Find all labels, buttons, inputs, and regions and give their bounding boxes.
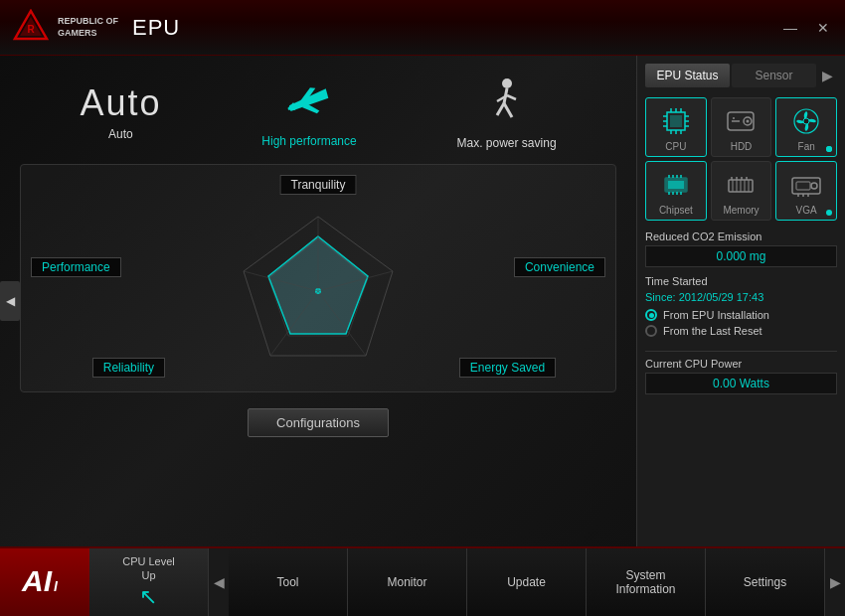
- mode-high-perf[interactable]: High performance: [261, 78, 356, 148]
- svg-text:I: I: [54, 578, 59, 594]
- fan-icon: [789, 104, 823, 138]
- rog-logo-icon: R: [12, 9, 50, 47]
- pentagon-chart: [229, 207, 408, 366]
- hdd-icon: [724, 104, 758, 138]
- radio-epu-installation[interactable]: From EPU Installation: [645, 309, 837, 321]
- memory-icon: [724, 168, 758, 202]
- radio-dot-1: [649, 313, 654, 318]
- co2-value: 0.000 mg: [645, 245, 837, 267]
- device-vga[interactable]: VGA: [775, 161, 837, 221]
- device-chipset[interactable]: Chipset: [645, 161, 707, 221]
- device-grid: CPU HDD: [645, 97, 837, 221]
- taskbar-right-arrow[interactable]: ▶: [825, 548, 845, 616]
- high-perf-label: High performance: [261, 134, 356, 148]
- tool-label: Tool: [276, 575, 298, 589]
- time-started-label: Time Started: [645, 275, 837, 287]
- window-controls: — ✕: [777, 18, 835, 38]
- tab-sensor[interactable]: Sensor: [732, 64, 816, 87]
- taskbar-monitor[interactable]: Monitor: [348, 548, 467, 616]
- radio-last-reset[interactable]: From the Last Reset: [645, 325, 837, 337]
- taskbar-update[interactable]: Update: [467, 548, 587, 616]
- titlebar: R REPUBLIC OF GAMERS EPU — ✕: [0, 0, 845, 56]
- cursor-icon: ↖: [139, 584, 157, 610]
- tab-row: EPU Status Sensor ▶: [645, 64, 837, 87]
- svg-point-42: [803, 118, 809, 124]
- cpu-level-label: CPU LevelUp: [122, 554, 175, 583]
- co2-label: Reduced CO2 Emission: [645, 231, 837, 242]
- ai-logo-icon: AI I: [20, 559, 70, 606]
- fan-label: Fan: [798, 141, 815, 152]
- device-memory[interactable]: Memory: [711, 161, 772, 221]
- svg-rect-54: [732, 180, 734, 192]
- max-saving-label: Max. power saving: [457, 136, 557, 150]
- svg-rect-44: [668, 181, 684, 189]
- taskbar-system-info[interactable]: SystemInformation: [587, 548, 706, 616]
- svg-rect-64: [796, 182, 810, 190]
- svg-rect-58: [748, 180, 750, 192]
- chart-area: Tranquility Performance Convenience Reli…: [20, 164, 616, 392]
- taskbar: AI I CPU LevelUp ↖ ◀ Tool Monitor Update…: [0, 546, 845, 616]
- svg-text:R: R: [27, 24, 35, 35]
- mode-power-saving[interactable]: Max. power saving: [457, 76, 557, 150]
- svg-point-65: [811, 183, 817, 189]
- plane-icon: [279, 78, 339, 128]
- memory-label: Memory: [723, 205, 759, 216]
- vga-label: VGA: [796, 205, 817, 216]
- system-info-label: SystemInformation: [615, 568, 675, 597]
- config-row: Configurations: [10, 408, 626, 437]
- tab-epu-status[interactable]: EPU Status: [645, 64, 730, 87]
- radio-circle-2: [645, 325, 657, 337]
- svg-rect-57: [744, 180, 746, 192]
- svg-text:AI: AI: [21, 564, 53, 597]
- tab-arrow-icon[interactable]: ▶: [818, 68, 837, 83]
- svg-rect-55: [736, 180, 738, 192]
- taskbar-settings[interactable]: Settings: [706, 548, 825, 616]
- settings-label: Settings: [744, 575, 786, 589]
- vga-active-dot: [826, 210, 832, 216]
- cpu-power-label: Current CPU Power: [645, 358, 837, 370]
- svg-line-12: [507, 95, 516, 99]
- reliability-label: Reliability: [92, 358, 165, 378]
- taskbar-cpu-level[interactable]: CPU LevelUp ↖: [89, 548, 209, 616]
- mode-auto[interactable]: Auto Auto: [80, 85, 161, 141]
- cpu-label: CPU: [665, 141, 686, 152]
- co2-section: Reduced CO2 Emission 0.000 mg: [645, 231, 837, 267]
- cpu-power-section: Current CPU Power 0.00 Watts: [645, 358, 837, 394]
- chipset-icon: [659, 168, 693, 202]
- monitor-label: Monitor: [387, 575, 426, 589]
- close-button[interactable]: ✕: [811, 18, 835, 38]
- rog-logo-area: R REPUBLIC OF GAMERS: [12, 9, 118, 47]
- svg-point-38: [747, 120, 750, 123]
- device-fan[interactable]: Fan: [775, 97, 837, 157]
- svg-rect-56: [740, 180, 742, 192]
- svg-point-40: [733, 117, 735, 119]
- minimize-button[interactable]: —: [777, 18, 803, 38]
- walk-icon: [482, 76, 532, 130]
- cpu-level-content: CPU LevelUp ↖: [122, 554, 175, 611]
- update-label: Update: [507, 575, 546, 589]
- svg-rect-23: [670, 115, 682, 127]
- hdd-label: HDD: [731, 141, 753, 152]
- auto-label: Auto: [108, 127, 133, 141]
- chipset-label: Chipset: [659, 205, 693, 216]
- left-panel: Auto Auto High performance: [0, 56, 636, 546]
- side-left-arrow[interactable]: ◀: [0, 281, 20, 321]
- energy-saved-label: Energy Saved: [459, 358, 556, 378]
- taskbar-logo[interactable]: AI I: [0, 548, 89, 616]
- radio-circle-1: [645, 309, 657, 321]
- vga-icon: [789, 168, 823, 202]
- taskbar-left-arrow[interactable]: ◀: [209, 548, 229, 616]
- time-section: Time Started Since: 2012/05/29 17:43 Fro…: [645, 275, 837, 337]
- device-hdd[interactable]: HDD: [711, 97, 772, 157]
- taskbar-tool[interactable]: Tool: [229, 548, 348, 616]
- radio-label-2: From the Last Reset: [663, 325, 762, 337]
- device-cpu[interactable]: CPU: [645, 97, 707, 157]
- divider: [645, 351, 837, 352]
- time-value: Since: 2012/05/29 17:43: [645, 291, 837, 303]
- configurations-button[interactable]: Configurations: [248, 408, 389, 437]
- mode-selector: Auto Auto High performance: [10, 66, 626, 164]
- svg-rect-36: [728, 112, 754, 130]
- cpu-icon: [659, 104, 693, 138]
- app-title: EPU: [132, 15, 180, 41]
- tranquility-label: Tranquility: [280, 175, 357, 195]
